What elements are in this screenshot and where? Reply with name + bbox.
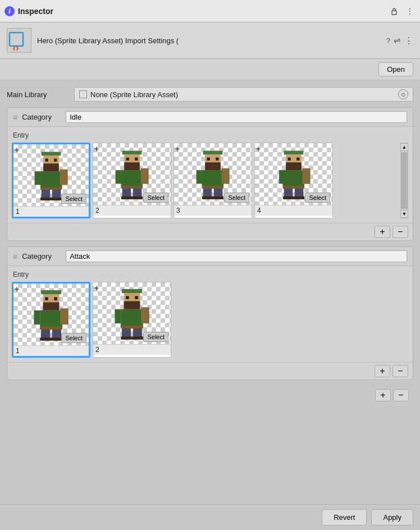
more-options-button[interactable]: ⋮ — [404, 6, 416, 17]
svg-rect-59 — [41, 290, 61, 294]
add-sprite-icon-1[interactable]: + — [15, 145, 19, 154]
main-library-select[interactable]: None (Sprite Library Asset) ⊙ — [74, 87, 413, 102]
inspector-icon: i — [4, 6, 15, 16]
svg-rect-37 — [197, 170, 202, 184]
select-btn-attack-1[interactable]: Select — [61, 333, 86, 343]
bottom-actions: Revert Apply — [0, 504, 420, 530]
category-label-attack: Category — [22, 252, 61, 261]
global-add-button[interactable]: + — [375, 389, 391, 401]
sprite-entry-attack-1[interactable]: + — [12, 282, 90, 358]
add-sprite-icon-2[interactable]: + — [94, 144, 99, 153]
category-name-idle[interactable] — [66, 111, 407, 123]
main-library-row: Main Library None (Sprite Library Asset)… — [7, 87, 413, 102]
add-remove-row-attack: + − — [7, 362, 413, 380]
drag-handle-attack[interactable]: ≡ — [13, 252, 17, 261]
entry-section-idle: Entry + — [7, 127, 413, 223]
sprite-canvas-idle-1: + — [13, 144, 89, 206]
revert-button[interactable]: Revert — [322, 509, 367, 526]
svg-rect-62 — [45, 297, 48, 300]
sprite-entry-attack-2[interactable]: + — [93, 282, 171, 358]
scroll-up-idle[interactable]: ▲ — [400, 143, 408, 151]
svg-rect-68 — [40, 327, 62, 330]
drag-handle-idle[interactable]: ≡ — [13, 113, 17, 122]
svg-rect-58 — [294, 197, 304, 199]
svg-rect-7 — [54, 159, 57, 162]
svg-rect-20 — [126, 158, 129, 161]
main-library-label: Main Library — [7, 90, 69, 99]
svg-rect-19 — [124, 162, 140, 170]
scroll-thumb-idle[interactable] — [401, 152, 408, 209]
asset-icon: {} — [7, 28, 31, 53]
svg-rect-50 — [283, 170, 304, 188]
svg-rect-11 — [60, 170, 68, 185]
svg-rect-67 — [60, 308, 68, 325]
svg-rect-48 — [288, 158, 291, 161]
header-more-icon[interactable]: ⋮ — [404, 35, 413, 46]
category-idle: ≡ Category Entry + — [7, 107, 413, 241]
add-sprite-icon-a2[interactable]: + — [94, 284, 99, 293]
svg-rect-6 — [45, 159, 48, 162]
sprite-number-idle-2: 2 — [93, 205, 171, 216]
sprite-entry-idle-3[interactable]: + — [174, 143, 252, 218]
global-remove-button[interactable]: − — [393, 389, 409, 401]
svg-rect-76 — [126, 296, 129, 299]
select-btn-attack-2[interactable]: Select — [143, 332, 168, 342]
svg-rect-81 — [141, 307, 149, 323]
svg-rect-12 — [40, 187, 62, 190]
svg-rect-63 — [54, 297, 57, 300]
remove-entry-attack-button[interactable]: − — [392, 365, 408, 377]
svg-rect-61 — [43, 302, 60, 310]
svg-rect-17 — [122, 150, 142, 154]
add-entry-attack-button[interactable]: + — [375, 365, 390, 377]
svg-rect-65 — [34, 310, 40, 325]
sliders-icon[interactable]: ⇌ — [394, 35, 401, 45]
add-entry-idle-button[interactable]: + — [375, 226, 390, 238]
svg-rect-25 — [141, 168, 149, 184]
svg-rect-53 — [303, 168, 311, 184]
help-icon[interactable]: ? — [386, 36, 390, 45]
svg-rect-35 — [216, 158, 218, 161]
scroll-down-idle[interactable]: ▼ — [400, 210, 408, 218]
scrollbar-idle[interactable]: ▲ ▼ — [400, 143, 408, 218]
sprite-entry-idle-2[interactable]: + — [93, 143, 171, 218]
svg-rect-3 — [42, 152, 61, 156]
svg-rect-86 — [132, 336, 143, 339]
svg-rect-26 — [121, 186, 143, 189]
apply-button[interactable]: Apply — [371, 509, 413, 526]
svg-rect-33 — [205, 162, 221, 170]
svg-rect-64 — [40, 310, 62, 328]
title-bar-title: Inspector — [18, 7, 385, 16]
title-bar: i Inspector ⋮ — [0, 0, 420, 22]
sprites-row-attack: + — [12, 282, 408, 358]
svg-rect-47 — [286, 162, 302, 170]
add-sprite-icon-3[interactable]: + — [175, 144, 180, 153]
svg-rect-5 — [43, 163, 59, 171]
remove-entry-idle-button[interactable]: − — [392, 226, 408, 238]
select-btn-idle-4[interactable]: Select — [305, 193, 330, 203]
svg-rect-21 — [135, 158, 138, 161]
header-actions: ? ⇌ ⋮ — [386, 35, 413, 46]
entry-label-attack: Entry — [12, 271, 408, 278]
svg-rect-16 — [51, 198, 62, 200]
svg-rect-72 — [51, 337, 62, 340]
add-sprite-icon-a1[interactable]: + — [15, 285, 19, 294]
lock-button[interactable] — [389, 6, 400, 17]
open-button[interactable]: Open — [378, 62, 413, 76]
sprite-entry-idle-4[interactable]: + — [254, 143, 333, 218]
category-name-attack[interactable] — [66, 250, 407, 262]
select-btn-idle-3[interactable]: Select — [224, 193, 249, 203]
category-attack: ≡ Category Entry + — [7, 246, 413, 380]
svg-rect-9 — [35, 171, 40, 185]
sprites-scroll-idle: + — [12, 143, 408, 218]
select-btn-idle-1[interactable]: Select — [61, 194, 86, 204]
svg-rect-73 — [122, 289, 142, 293]
svg-rect-23 — [116, 170, 121, 184]
library-target-icon: ⊙ — [398, 89, 408, 99]
sprite-entry-idle-1[interactable]: + — [12, 143, 90, 218]
select-btn-idle-2[interactable]: Select — [143, 193, 168, 203]
svg-rect-36 — [202, 170, 223, 188]
svg-rect-51 — [279, 170, 285, 184]
sprite-canvas-attack-1: + — [13, 284, 89, 345]
add-sprite-icon-4[interactable]: + — [256, 144, 261, 153]
svg-rect-22 — [121, 170, 143, 188]
